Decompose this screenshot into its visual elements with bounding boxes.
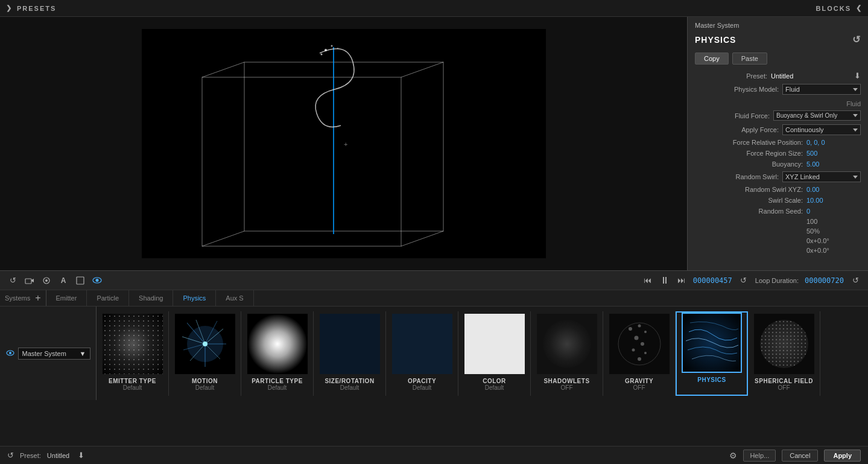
force-region-size-value: 500	[806, 150, 861, 157]
systems-label-area: Systems +	[0, 290, 46, 306]
system-selector: Master System ▼	[0, 307, 97, 400]
svg-line-2	[202, 62, 244, 77]
physics-model-value: Fluid	[785, 86, 800, 93]
svg-line-3	[401, 62, 443, 77]
presets-arrow-icon[interactable]: ❯	[6, 4, 12, 12]
slider-50-value: 50%	[806, 227, 861, 235]
block-size-rotation[interactable]: SIZE/ROTATION Default	[314, 311, 386, 396]
bottom-save-icon[interactable]: ⬇	[78, 451, 84, 460]
apply-button[interactable]: Apply	[824, 450, 861, 462]
eye-playback-icon[interactable]	[92, 275, 103, 286]
reset-playback-icon[interactable]: ↺	[850, 275, 861, 286]
block-opacity-name: OPACITY	[408, 378, 436, 384]
physics-model-select[interactable]: Fluid	[782, 84, 861, 95]
buoyancy-label: Buoyancy:	[730, 160, 803, 168]
block-shadowlets[interactable]: SHADOWLETS OFF	[531, 311, 603, 396]
apply-force-arrow-icon	[853, 129, 858, 132]
system-eye-icon[interactable]	[6, 349, 14, 358]
pause-icon[interactable]: ⏸	[659, 275, 670, 286]
apply-force-label: Apply Force:	[706, 126, 779, 133]
block-motion-sub: Default	[195, 384, 215, 391]
block-spherical[interactable]: SPHERICAL FIELD OFF	[748, 311, 820, 396]
block-opacity[interactable]: OPACITY Default	[386, 311, 458, 396]
system-name-arrow-icon: ▼	[80, 350, 86, 357]
svg-point-15	[45, 279, 48, 282]
tab-emitter[interactable]: Emitter	[46, 290, 87, 306]
motion-svg	[175, 314, 235, 374]
bottom-preset-label: Preset:	[20, 452, 41, 459]
panel-reset-icon[interactable]: ↺	[852, 34, 861, 45]
undo-playback-icon[interactable]: ↺	[7, 275, 18, 286]
tab-shading[interactable]: Shading	[129, 290, 173, 306]
block-physics[interactable]: PHYSICS	[676, 311, 748, 396]
block-particle-type[interactable]: PARTICLE TYPE Default	[241, 311, 314, 396]
svg-point-39	[632, 348, 635, 351]
presets-section: ❯ PRESETS	[6, 4, 56, 12]
fluid-force-select[interactable]: Buoyancy & Swirl Only	[773, 110, 861, 121]
timecode-display: 000000457	[693, 276, 732, 285]
svg-point-38	[641, 342, 644, 346]
random-swirl-select[interactable]: XYZ Linked	[782, 171, 861, 182]
loop-label: Loop Duration:	[755, 277, 799, 284]
block-sizerot-sub: Default	[340, 384, 360, 391]
opacity-bg	[392, 314, 452, 374]
physics-svg	[683, 314, 741, 372]
tab-shading-label: Shading	[139, 294, 163, 302]
random-seed-row: Random Seed: 0	[688, 206, 868, 217]
block-physics-sub	[711, 383, 713, 390]
panel-header: Master System	[688, 17, 868, 31]
force-rel-pos-label: Force Relative Position:	[730, 139, 803, 146]
preset-row: Preset: Untitled ⬇	[688, 69, 868, 82]
block-color[interactable]: COLOR Default	[458, 311, 531, 396]
tab-particle[interactable]: Particle	[87, 290, 129, 306]
physics-title: PHYSICS	[695, 35, 736, 45]
buoyancy-row: Buoyancy: 5.00	[688, 159, 868, 170]
svg-point-35	[638, 324, 641, 327]
presets-label: PRESETS	[17, 5, 56, 12]
tab-aux[interactable]: Aux S	[216, 290, 253, 306]
system-name-dropdown[interactable]: Master System ▼	[18, 348, 90, 360]
blocks-arrow-icon[interactable]: ❮	[856, 4, 862, 12]
systems-text: Systems	[5, 294, 30, 302]
svg-rect-16	[77, 277, 84, 284]
block-emitter-type[interactable]: EMITTER TYPE Default	[97, 311, 169, 396]
bottom-gear-icon[interactable]: ⚙	[729, 451, 737, 460]
prev-frame-icon[interactable]: ⏮	[642, 275, 653, 286]
apply-force-select[interactable]: Continuously	[782, 124, 861, 135]
canvas-area[interactable]: +	[142, 29, 546, 258]
svg-point-10	[320, 54, 322, 56]
random-swirl-label: Random Swirl:	[706, 173, 779, 180]
svg-point-34	[629, 327, 632, 331]
tab-physics[interactable]: Physics	[173, 290, 216, 306]
viewport: +	[0, 17, 687, 270]
block-particle-name: PARTICLE TYPE	[252, 378, 303, 384]
random-swirl-arrow-icon	[853, 176, 858, 179]
sound-icon[interactable]	[41, 275, 52, 286]
cancel-button[interactable]: Cancel	[782, 450, 818, 462]
paste-button[interactable]: Paste	[732, 52, 767, 65]
frame-icon[interactable]	[75, 275, 86, 286]
gravity-svg	[609, 314, 670, 374]
block-spherical-thumb	[754, 314, 814, 374]
preset-save-icon[interactable]: ⬇	[854, 71, 861, 80]
text-icon[interactable]: A	[58, 275, 69, 286]
camera-icon[interactable]	[24, 275, 35, 286]
block-motion[interactable]: MOTION Default	[169, 311, 241, 396]
next-frame-icon[interactable]: ⏭	[676, 275, 687, 286]
add-system-button[interactable]: +	[35, 293, 40, 303]
svg-point-32	[203, 342, 207, 346]
block-gravity[interactable]: GRAVITY OFF	[603, 311, 676, 396]
bottom-reset-icon[interactable]: ↺	[7, 451, 14, 460]
force-rel-pos-value: 0, 0, 0	[806, 139, 861, 146]
svg-point-18	[96, 279, 99, 282]
block-sizerot-name: SIZE/ROTATION	[325, 378, 374, 384]
tab-aux-label: Aux S	[226, 294, 243, 302]
svg-point-37	[634, 335, 638, 340]
help-button[interactable]: Help...	[743, 450, 776, 462]
svg-rect-12	[25, 279, 31, 284]
buoyancy-value: 5.00	[806, 160, 861, 168]
bottom-bar: ↺ Preset: Untitled ⬇ ⚙ Help... Cancel Ap…	[0, 446, 868, 464]
copy-button[interactable]: Copy	[695, 52, 729, 65]
loop-icon[interactable]: ↺	[738, 275, 749, 286]
fluid-force-row: Fluid Force: Buoyancy & Swirl Only	[688, 109, 868, 122]
